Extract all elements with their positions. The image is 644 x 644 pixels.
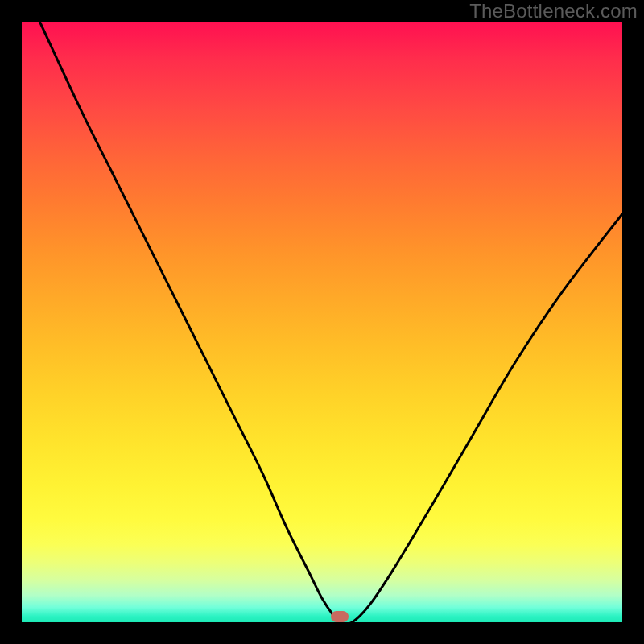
watermark-text: TheBottleneck.com [469, 0, 638, 23]
curve-svg [22, 22, 622, 622]
bottleneck-curve [39, 22, 622, 622]
minimum-marker [331, 611, 349, 622]
chart-frame: TheBottleneck.com [0, 0, 644, 644]
plot-area [22, 22, 622, 622]
